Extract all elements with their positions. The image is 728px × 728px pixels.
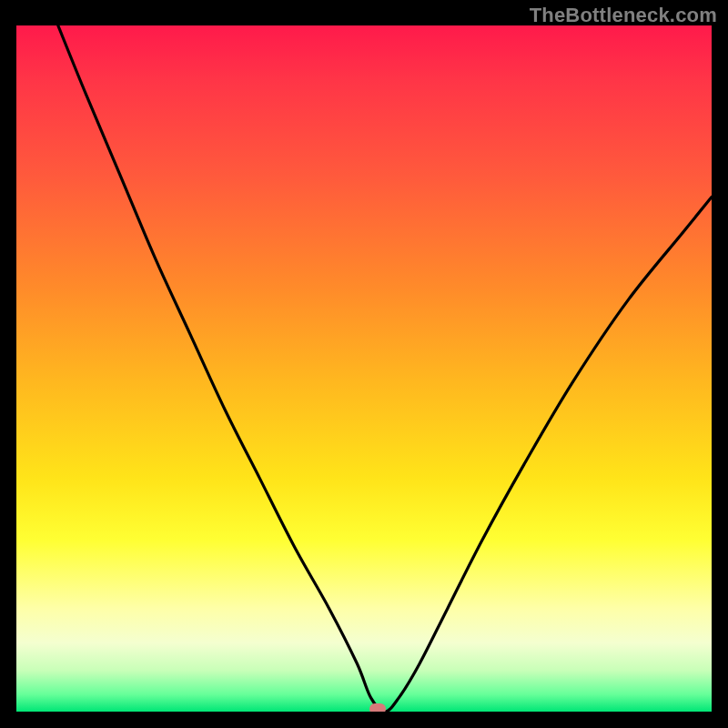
chart-frame: TheBottleneck.com bbox=[0, 0, 728, 728]
curve-path bbox=[58, 25, 712, 712]
watermark-text: TheBottleneck.com bbox=[530, 4, 717, 27]
optimum-marker bbox=[369, 703, 386, 712]
bottleneck-curve bbox=[16, 25, 712, 712]
plot-area bbox=[16, 25, 712, 712]
